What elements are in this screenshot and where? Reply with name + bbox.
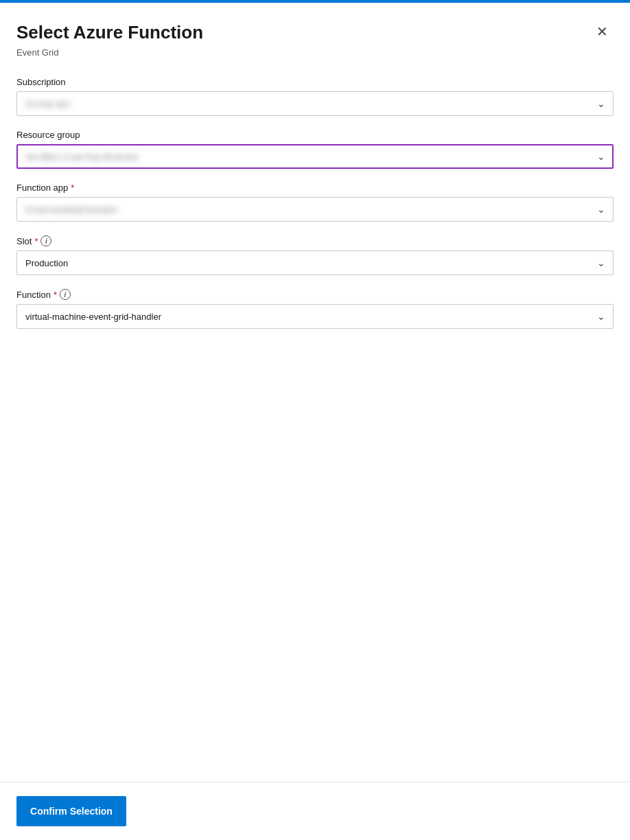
function-dropdown-wrapper: virtual-machine-event-grid-handler ⌄: [16, 304, 614, 329]
subscription-field-group: Subscription d-t-mar-teri ⌄: [16, 77, 614, 116]
page-title: Select Azure Function: [16, 22, 203, 43]
footer: Confirm Selection: [0, 782, 630, 840]
slot-label: Slot * i: [16, 235, 614, 246]
function-field-group: Function * i virtual-machine-event-grid-…: [16, 289, 614, 329]
function-app-dropdown[interactable]: lo-bot-wordival-function: [16, 197, 614, 222]
close-button[interactable]: ✕: [591, 22, 614, 41]
function-required-star: *: [54, 290, 57, 300]
function-value: virtual-machine-event-grid-handler: [25, 312, 161, 322]
resource-group-label: Resource group: [16, 130, 614, 140]
function-app-field-group: Function app * lo-bot-wordival-function …: [16, 183, 614, 222]
function-app-required-star: *: [71, 183, 74, 193]
form-section: Subscription d-t-mar-teri ⌄ Resource gro…: [16, 77, 614, 329]
spacer: [16, 329, 614, 765]
resource-group-dropdown[interactable]: ten-Blei-r-t-rye-Gry-bCat-bot: [16, 144, 614, 169]
content-area: Select Azure Function ✕ Event Grid Subsc…: [0, 3, 630, 782]
page-container: Select Azure Function ✕ Event Grid Subsc…: [0, 0, 630, 840]
subscription-dropdown[interactable]: d-t-mar-teri: [16, 91, 614, 116]
confirm-selection-button[interactable]: Confirm Selection: [16, 796, 126, 826]
subscription-label: Subscription: [16, 77, 614, 87]
header-row: Select Azure Function ✕: [16, 22, 614, 43]
function-dropdown[interactable]: virtual-machine-event-grid-handler: [16, 304, 614, 329]
function-app-dropdown-wrapper: lo-bot-wordival-function ⌄: [16, 197, 614, 222]
function-label: Function * i: [16, 289, 614, 300]
slot-required-star: *: [34, 236, 38, 246]
resource-group-value: ten-Blei-r-t-rye-Gry-bCat-bot: [26, 152, 138, 162]
function-app-label: Function app *: [16, 183, 614, 193]
slot-value: Production: [25, 258, 68, 268]
close-icon: ✕: [596, 25, 608, 38]
resource-group-field-group: Resource group ten-Blei-r-t-rye-Gry-bCat…: [16, 130, 614, 169]
resource-group-dropdown-wrapper: ten-Blei-r-t-rye-Gry-bCat-bot ⌄: [16, 144, 614, 169]
function-app-value: lo-bot-wordival-function: [25, 205, 117, 215]
slot-field-group: Slot * i Production ⌄: [16, 235, 614, 275]
function-info-icon[interactable]: i: [60, 289, 71, 300]
slot-info-icon[interactable]: i: [40, 235, 51, 246]
page-subtitle: Event Grid: [16, 47, 614, 58]
slot-dropdown-wrapper: Production ⌄: [16, 250, 614, 275]
subscription-dropdown-wrapper: d-t-mar-teri ⌄: [16, 91, 614, 116]
subscription-value: d-t-mar-teri: [25, 99, 69, 109]
slot-dropdown[interactable]: Production: [16, 250, 614, 275]
